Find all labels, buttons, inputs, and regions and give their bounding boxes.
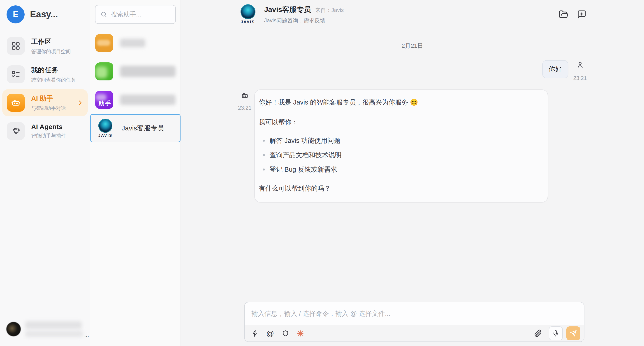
chat-panel: JAVIS Javis客服专员 来自：Javis Javis问题咨询，需求反馈 [181, 0, 644, 346]
bullet-item: 解答 Javis 功能使用问题 [259, 136, 541, 145]
lightning-icon[interactable] [251, 330, 258, 337]
javis-logo: JAVIS [96, 119, 115, 138]
search-box[interactable] [95, 5, 176, 24]
grid-icon [7, 37, 25, 55]
sidebar-item-ai-agents[interactable]: AI Agents 智能助手与插件 [2, 118, 88, 145]
robot-icon [7, 94, 25, 112]
mic-button[interactable] [549, 326, 563, 340]
assistant-list-item-1[interactable] [90, 29, 180, 57]
nav-subtitle: 与智能助手对话 [31, 105, 66, 112]
at-sign-icon[interactable]: @ [266, 330, 274, 337]
nav-title: 我的任务 [31, 66, 76, 75]
search-input[interactable] [111, 11, 170, 18]
assistant-message-row: 23:21 你好！我是 Javis 的智能客服专员，很高兴为你服务 😊 我可以帮… [238, 89, 586, 202]
javis-logo-icon [98, 119, 112, 133]
assistant-list-panel: 助手 JAVIS Javis客服专员 [90, 0, 181, 346]
assistant-avatar-orange [95, 34, 113, 52]
chat-header-avatar: JAVIS [238, 4, 258, 24]
message-input[interactable] [244, 302, 584, 325]
shield-icon[interactable] [282, 330, 289, 337]
assistant-closing: 有什么可以帮到你的吗？ [259, 183, 541, 193]
sidebar-item-my-tasks[interactable]: 我的任务 跨空间查看你的任务 [2, 61, 88, 88]
chat-from-label: 来自：Javis [315, 6, 344, 14]
bullet-item: 登记 Bug 反馈或新需求 [259, 165, 541, 174]
javis-wordmark: JAVIS [98, 133, 112, 138]
search-icon [100, 11, 107, 18]
user-message-bubble: 你好 [542, 60, 568, 78]
redacted-username [25, 321, 82, 329]
assistant-list-item-3[interactable]: 助手 [90, 86, 180, 114]
nav-title: AI Agents [31, 123, 66, 131]
message-time: 23:21 [573, 75, 587, 81]
chat-subtitle: Javis问题咨询，需求反馈 [264, 17, 344, 24]
redacted-assistant-name [120, 39, 145, 47]
new-chat-icon[interactable] [577, 10, 586, 19]
assistant-list-item-javis[interactable]: JAVIS Javis客服专员 [90, 114, 180, 142]
user-profile[interactable]: ... [0, 321, 90, 346]
app-logo[interactable]: E [6, 5, 24, 23]
sidebar-item-workspace[interactable]: 工作区 管理你的项目空间 [2, 32, 88, 59]
assistant-list-item-2[interactable] [90, 57, 180, 86]
nav-title: AI 助手 [31, 94, 66, 103]
mic-icon [552, 330, 559, 337]
composer-toolbar: @ [244, 325, 584, 342]
message-time: 23:21 [238, 105, 251, 111]
avatar-label: 助手 [98, 100, 111, 107]
assistant-name: Javis客服专员 [122, 124, 164, 133]
nav-subtitle: 管理你的项目空间 [31, 48, 71, 55]
user-person-icon [576, 61, 584, 70]
sidebar: E Easy... 工作区 管理你的项目空间 我的任务 跨空间查看你的任务 [0, 0, 90, 346]
assistant-greeting: 你好！我是 Javis 的智能客服专员，很高兴为你服务 😊 [259, 98, 541, 107]
app-header: E Easy... [0, 0, 90, 29]
sidebar-nav: 工作区 管理你的项目空间 我的任务 跨空间查看你的任务 AI 助手 与智能助手对… [0, 29, 90, 146]
bullet-item: 查询产品文档和技术说明 [259, 150, 541, 160]
chat-title: Javis客服专员 [264, 5, 311, 15]
send-button[interactable] [566, 326, 580, 340]
redacted-assistant-name [120, 66, 176, 77]
user-message-row: 你好 23:21 [238, 60, 586, 81]
nav-title: 工作区 [31, 37, 71, 46]
date-divider: 2月21日 [238, 42, 586, 50]
javis-logo-icon [240, 4, 256, 19]
assistant-robot-icon [240, 91, 249, 101]
javis-wordmark: JAVIS [241, 20, 255, 24]
assistant-message-card: 你好！我是 Javis 的智能客服专员，很高兴为你服务 😊 我可以帮你： 解答 … [254, 89, 548, 202]
nav-subtitle: 智能助手与插件 [31, 133, 66, 139]
nav-subtitle: 跨空间查看你的任务 [31, 77, 76, 83]
assistant-bullet-list: 解答 Javis 功能使用问题 查询产品文档和技术说明 登记 Bug 反馈或新需… [259, 136, 541, 174]
sidebar-item-ai-assistant[interactable]: AI 助手 与智能助手对话 [2, 89, 88, 116]
app-name: Easy... [30, 9, 58, 19]
assistant-avatar-green [95, 62, 113, 80]
puzzle-icon [7, 122, 25, 140]
avatar [6, 322, 21, 336]
search-section [90, 0, 180, 29]
assistant-avatar-purple: 助手 [95, 91, 113, 109]
ellipsis-text: ... [84, 333, 89, 337]
composer: @ [244, 302, 584, 342]
message-area: 2月21日 你好 23:21 23:21 你好！ [181, 29, 644, 302]
chevron-right-icon [77, 100, 83, 106]
chat-header: JAVIS Javis客服专员 来自：Javis Javis问题咨询，需求反馈 [181, 0, 644, 29]
open-folder-icon[interactable] [559, 10, 568, 19]
assistant-intro: 我可以帮你： [259, 117, 541, 127]
asterisk-skill-icon[interactable] [297, 330, 304, 337]
task-list-icon [7, 65, 25, 83]
redacted-assistant-name [120, 95, 176, 105]
send-icon [570, 330, 577, 337]
redacted-user-subtext [25, 331, 83, 337]
paperclip-icon[interactable] [534, 330, 542, 337]
